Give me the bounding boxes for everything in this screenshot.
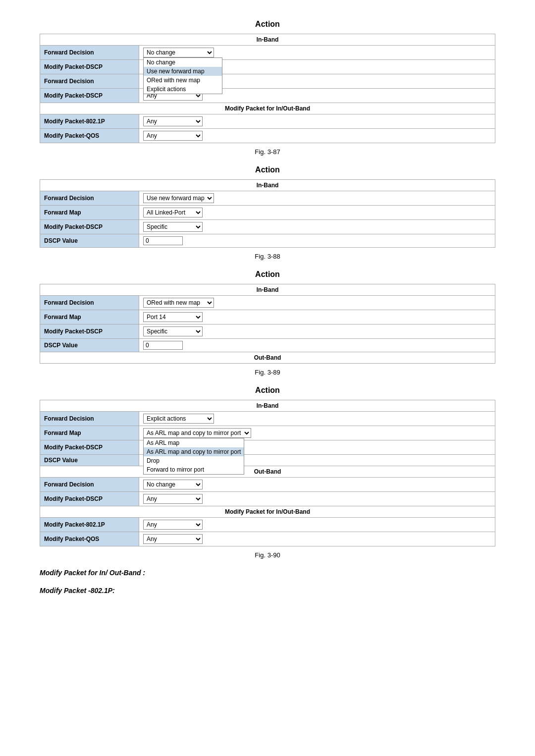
cell-forward-decision-90b: No change	[139, 478, 495, 492]
cell-modify-qos-87: Any	[139, 129, 495, 143]
dscp-value-input-88[interactable]	[143, 236, 183, 245]
option-explicit-actions[interactable]: Explicit actions	[144, 85, 222, 94]
table-row: Modify Packet-DSCP Any	[40, 492, 495, 506]
option-use-new-forward-map[interactable]: Use new forward map	[144, 67, 222, 76]
label-modify-8021p-90: Modify Packet-802.1P	[40, 518, 139, 532]
forward-decision-options-87[interactable]: No change Use new forward map ORed with …	[143, 57, 222, 94]
label-modify-qos-90: Modify Packet-QOS	[40, 532, 139, 546]
table-row: DSCP Value	[40, 339, 495, 352]
table-row: Forward Decision Explicit actions No cha…	[40, 412, 495, 426]
table-row: Modify Packet-802.1P Any	[40, 518, 495, 532]
table-row: Forward Decision ORed with new map No ch…	[40, 296, 495, 310]
inband-header-88: In-Band	[40, 180, 495, 191]
forward-decision-select-90[interactable]: Explicit actions No change Use new forwa…	[143, 414, 214, 424]
inband-header-90: In-Band	[40, 400, 495, 412]
modify-dscp-select-88[interactable]: Specific Any	[143, 222, 203, 232]
cell-modify-8021p-90: Any	[139, 518, 495, 532]
forward-map-select-89[interactable]: Port 14	[143, 312, 203, 322]
section-title-88: Action	[40, 165, 495, 174]
cell-modify-8021p-87: Any	[139, 114, 495, 129]
inband-label-90: In-Band	[40, 400, 495, 412]
label-modify-dscp-88: Modify Packet-DSCP	[40, 220, 139, 234]
forward-map-dropdown-90[interactable]: As ARL map and copy to mirror port As AR…	[143, 428, 251, 438]
forward-decision-select-90b[interactable]: No change	[143, 480, 203, 489]
table-row: Modify Packet-DSCP Any	[40, 440, 495, 455]
cell-forward-decision-87a: No change Use new forward map ORed with …	[139, 46, 495, 60]
table-fig89: In-Band Forward Decision ORed with new m…	[40, 284, 495, 364]
table-row: Forward Decision No change	[40, 478, 495, 492]
mod-packet-header-87: Modify Packet for In/Out-Band	[40, 103, 495, 114]
cell-modify-qos-90: Any	[139, 532, 495, 546]
label-modify-dscp-89: Modify Packet-DSCP	[40, 324, 139, 339]
cell-forward-map-90: As ARL map and copy to mirror port As AR…	[139, 426, 495, 440]
forward-decision-dropdown-87[interactable]: No change Use new forward map ORed with …	[143, 48, 214, 57]
label-forward-map-89: Forward Map	[40, 310, 139, 324]
table-row: Forward Map Port 14	[40, 310, 495, 324]
cell-forward-map-89: Port 14	[139, 310, 495, 324]
table-row: Forward Decision No change Use new forwa…	[40, 46, 495, 60]
modify-8021p-select-90[interactable]: Any	[143, 520, 203, 530]
bottom-text-2: Modify Packet -802.1P:	[40, 587, 495, 594]
option-as-arl-map[interactable]: As ARL map	[144, 438, 244, 447]
option-forward-mirror[interactable]: Forward to mirror port	[144, 465, 244, 474]
mod-packet-label-87: Modify Packet for In/Out-Band	[40, 103, 495, 114]
table-row: Forward Decision No change	[40, 74, 495, 89]
outband-header-90: Out-Band	[40, 466, 495, 478]
label-forward-decision-90b: Forward Decision	[40, 478, 139, 492]
table-row: Modify Packet-QOS Any	[40, 129, 495, 143]
modify-dscp-select-90b[interactable]: Any	[143, 494, 203, 504]
modify-qos-select-90[interactable]: Any	[143, 534, 203, 544]
option-ored-new-map[interactable]: ORed with new map	[144, 76, 222, 85]
label-forward-decision-89: Forward Decision	[40, 296, 139, 310]
label-forward-map-90: Forward Map	[40, 426, 139, 440]
section-title-87: Action	[40, 20, 495, 29]
modify-8021p-select-87[interactable]: Any	[143, 116, 203, 126]
cell-modify-dscp-88: Specific Any	[139, 220, 495, 234]
label-modify-dscp-90: Modify Packet-DSCP	[40, 440, 139, 455]
forward-map-options-90[interactable]: As ARL map As ARL map and copy to mirror…	[143, 438, 244, 475]
forward-map-select-88[interactable]: All Linked-Port	[143, 208, 203, 217]
label-modify-8021p-87: Modify Packet-802.1P	[40, 114, 139, 129]
cell-forward-map-88: All Linked-Port	[139, 206, 495, 220]
table-fig87: In-Band Forward Decision No change Use n…	[40, 34, 495, 143]
label-forward-decision-88: Forward Decision	[40, 191, 139, 206]
label-forward-decision-87b: Forward Decision	[40, 74, 139, 89]
option-no-change[interactable]: No change	[144, 58, 222, 67]
inband-header-87: In-Band	[40, 34, 495, 46]
label-dscp-value-88: DSCP Value	[40, 234, 139, 248]
label-forward-decision-87a: Forward Decision	[40, 46, 139, 60]
dscp-value-input-89[interactable]	[143, 341, 183, 350]
forward-decision-select-88[interactable]: Use new forward map No change ORed with …	[143, 193, 214, 203]
table-fig90: In-Band Forward Decision Explicit action…	[40, 400, 495, 546]
table-row: Forward Map All Linked-Port	[40, 206, 495, 220]
fig-label-88: Fig. 3-88	[40, 253, 495, 260]
mod-packet-label-90: Modify Packet for In/Out-Band	[40, 506, 495, 518]
table-row: Modify Packet-DSCP Any	[40, 89, 495, 103]
forward-decision-select-87[interactable]: No change Use new forward map ORed with …	[143, 48, 214, 57]
forward-map-select-90[interactable]: As ARL map and copy to mirror port As AR…	[143, 428, 251, 438]
option-as-arl-map-copy[interactable]: As ARL map and copy to mirror port	[144, 447, 244, 456]
table-row: DSCP Value	[40, 234, 495, 248]
cell-forward-decision-89: ORed with new map No change Use new forw…	[139, 296, 495, 310]
cell-dscp-value-88	[139, 234, 495, 248]
table-row: Modify Packet-802.1P Any	[40, 114, 495, 129]
fig-label-87: Fig. 3-87	[40, 148, 495, 156]
outband-header-89: Out-Band	[40, 352, 495, 364]
label-forward-decision-90: Forward Decision	[40, 412, 139, 426]
table-fig88: In-Band Forward Decision Use new forward…	[40, 179, 495, 248]
section-fig90: Action In-Band Forward Decision Explicit…	[40, 386, 495, 559]
label-forward-map-88: Forward Map	[40, 206, 139, 220]
forward-decision-select-89[interactable]: ORed with new map No change Use new forw…	[143, 298, 214, 308]
modify-qos-select-87[interactable]: Any	[143, 131, 203, 141]
inband-label-89: In-Band	[40, 284, 495, 296]
modify-dscp-select-89[interactable]: Specific Any	[143, 326, 203, 336]
label-modify-dscp-87a: Modify Packet-DSCP	[40, 60, 139, 74]
cell-forward-decision-90: Explicit actions No change Use new forwa…	[139, 412, 495, 426]
inband-header-89: In-Band	[40, 284, 495, 296]
fig-label-90: Fig. 3-90	[40, 551, 495, 559]
bottom-text-1: Modify Packet for In/ Out-Band :	[40, 569, 495, 577]
table-row: Forward Decision Use new forward map No …	[40, 191, 495, 206]
table-row: Modify Packet-QOS Any	[40, 532, 495, 546]
option-drop[interactable]: Drop	[144, 456, 244, 465]
inband-label-88: In-Band	[40, 180, 495, 191]
